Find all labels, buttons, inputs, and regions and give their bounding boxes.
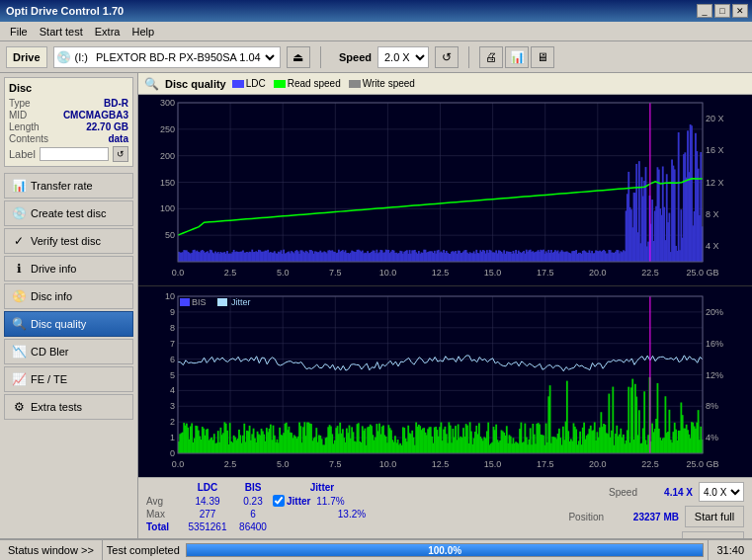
legend-read-label: Read speed: [288, 78, 341, 89]
toolbar-separator2: [468, 46, 469, 68]
legend-read-color: [274, 80, 286, 88]
disc-label-refresh-button[interactable]: ↺: [113, 146, 128, 162]
stats-bis-total: 86400: [233, 521, 273, 532]
speed-label: Speed: [609, 487, 637, 498]
toolbar-icon1[interactable]: 🖨: [479, 46, 503, 68]
stats-max-label: Max: [146, 509, 182, 520]
menu-start-test[interactable]: Start test: [34, 24, 89, 40]
chart1-canvas: [138, 95, 752, 285]
disc-info-icon: 📀: [11, 288, 27, 304]
toolbar-icon3[interactable]: 🖥: [531, 46, 554, 68]
titlebar: Opti Drive Control 1.70 _ □ ✕: [0, 0, 752, 22]
disc-label-input[interactable]: [40, 147, 109, 161]
toolbar-eject-button[interactable]: ⏏: [287, 46, 310, 68]
close-button[interactable]: ✕: [732, 4, 748, 18]
stats-max-row: Max 277 6 13.2%: [146, 509, 372, 520]
drive-dropdown[interactable]: PLEXTOR BD-R PX-B950SA 1.04: [92, 50, 278, 64]
stats-headers: LDC BIS Jitter: [146, 482, 372, 493]
start-full-button[interactable]: Start full: [685, 506, 744, 527]
sidebar-item-create-test-disc[interactable]: 💿 Create test disc: [4, 200, 133, 226]
sidebar-item-disc-info-label: Disc info: [31, 290, 72, 302]
stats-spacer2: [273, 482, 292, 493]
stats-jitter-header: Jitter: [292, 482, 352, 493]
content-area: 🔍 Disc quality LDC Read speed Write spee…: [138, 73, 752, 538]
menubar: File Start test Extra Help: [0, 22, 752, 41]
transfer-rate-icon: 📊: [11, 178, 27, 194]
toolbar: Drive 💿 (I:) PLEXTOR BD-R PX-B950SA 1.04…: [0, 41, 752, 73]
extra-tests-icon: ⚙: [11, 399, 27, 415]
toolbar-separator: [320, 46, 321, 68]
statusbar-time: 31:40: [708, 540, 752, 560]
toolbar-icon2[interactable]: 📊: [505, 46, 529, 68]
statusbar-text: Test completed: [107, 544, 180, 556]
speed-value: 4.14 X: [643, 487, 693, 498]
sidebar-item-cd-bler-label: CD Bler: [31, 346, 69, 358]
disc-length-row: Length 22.70 GB: [9, 121, 128, 132]
disc-contents-label: Contents: [9, 133, 48, 144]
speed-dropdown[interactable]: 2.0 X: [377, 46, 429, 68]
sidebar-item-verify-test-disc-label: Verify test disc: [31, 235, 101, 247]
disc-mid-label: MID: [9, 110, 27, 120]
sidebar-item-fe-te-label: FE / TE: [31, 373, 67, 385]
position-label: Position: [568, 512, 604, 522]
start-part-button[interactable]: Start part: [682, 531, 744, 538]
statusbar-status-window[interactable]: Status window >>: [0, 540, 103, 560]
stats-bar: LDC BIS Jitter Avg 14.39 0.23 Jitter 11.…: [138, 477, 752, 538]
samples-label: Samples: [562, 537, 601, 539]
stats-jitter-pct2: 13.2%: [332, 509, 372, 520]
chart1-wrapper: [138, 95, 752, 286]
disc-type-row: Type BD-R: [9, 98, 128, 109]
speed-select-dropdown[interactable]: 4.0 X: [699, 482, 744, 502]
stats-spacer: [146, 482, 182, 493]
sidebar-item-disc-info[interactable]: 📀 Disc info: [4, 283, 133, 309]
samples-value: 371457: [607, 537, 676, 539]
jitter-checkbox[interactable]: [273, 495, 285, 507]
sidebar-item-transfer-rate[interactable]: 📊 Transfer rate: [4, 173, 133, 199]
verify-test-disc-icon: ✓: [11, 233, 27, 249]
jitter-check: Jitter: [273, 495, 310, 507]
window-title: Opti Drive Control 1.70: [6, 5, 124, 17]
progress-bar: 100.0%: [186, 543, 705, 557]
stats-ldc-header: LDC: [182, 482, 233, 493]
menu-help[interactable]: Help: [125, 24, 160, 40]
stats-ldc-max: 277: [182, 509, 233, 520]
sidebar-item-drive-info[interactable]: ℹ Drive info: [4, 256, 133, 281]
sidebar-item-extra-tests[interactable]: ⚙ Extra tests: [4, 394, 133, 420]
stats-total-label: Total: [146, 521, 182, 532]
drive-bracket-open: (I:): [75, 51, 88, 63]
titlebar-buttons: _ □ ✕: [697, 4, 748, 18]
legend-write-label: Write speed: [363, 78, 415, 89]
stats-bis-max: 6: [233, 509, 273, 520]
disc-quality-icon: 🔍: [11, 316, 27, 332]
sidebar-item-fe-te[interactable]: 📈 FE / TE: [4, 366, 133, 392]
disc-mid-row: MID CMCMAGBA3: [9, 110, 128, 120]
cd-bler-icon: 📉: [11, 344, 27, 360]
disc-label-row: Label ↺: [9, 146, 128, 162]
menu-extra[interactable]: Extra: [89, 24, 126, 40]
content-header-icon: 🔍: [144, 77, 159, 91]
disc-length-value: 22.70 GB: [86, 121, 128, 132]
minimize-button[interactable]: _: [697, 4, 712, 18]
stats-avg-label: Avg: [146, 496, 182, 507]
position-row: Position 23237 MB Start full: [568, 506, 744, 527]
position-value: 23237 MB: [610, 512, 679, 522]
menu-file[interactable]: File: [4, 24, 34, 40]
sidebar-item-extra-tests-label: Extra tests: [31, 401, 82, 413]
legend-ldc-label: LDC: [246, 78, 266, 89]
sidebar-item-disc-quality[interactable]: 🔍 Disc quality: [4, 311, 133, 337]
toolbar-refresh-button[interactable]: ↺: [435, 46, 459, 68]
chart2-canvas: [138, 286, 752, 477]
main-layout: Disc Type BD-R MID CMCMAGBA3 Length 22.7…: [0, 73, 752, 538]
sidebar-item-verify-test-disc[interactable]: ✓ Verify test disc: [4, 228, 133, 254]
disc-type-label: Type: [9, 98, 31, 109]
disc-label-label: Label: [9, 148, 36, 160]
legend-write: Write speed: [349, 78, 415, 89]
disc-info-section: Disc Type BD-R MID CMCMAGBA3 Length 22.7…: [4, 77, 133, 167]
disc-length-label: Length: [9, 121, 40, 132]
disc-contents-value: data: [108, 133, 128, 144]
legend-ldc: LDC: [232, 78, 266, 89]
sidebar-item-disc-quality-label: Disc quality: [31, 318, 86, 330]
speed-label: Speed: [339, 51, 372, 63]
maximize-button[interactable]: □: [714, 4, 730, 18]
sidebar-item-cd-bler[interactable]: 📉 CD Bler: [4, 339, 133, 364]
